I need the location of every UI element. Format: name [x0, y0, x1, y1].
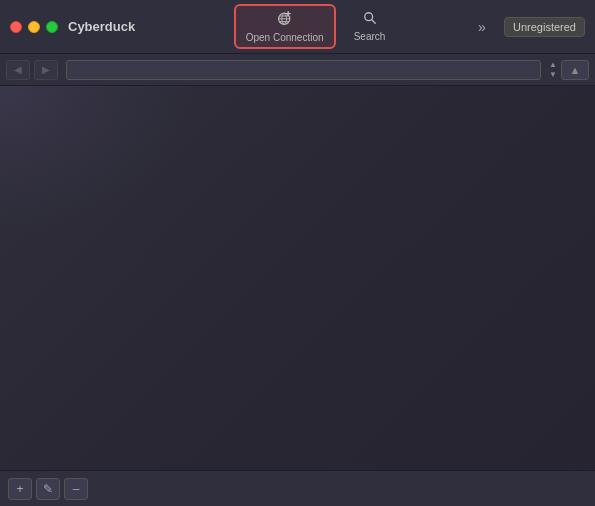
forward-button[interactable]: ▶ — [34, 60, 58, 80]
back-icon: ◀ — [14, 64, 22, 75]
add-icon: + — [16, 482, 23, 496]
edit-button[interactable]: ✎ — [36, 478, 60, 500]
traffic-lights — [10, 21, 58, 33]
close-button[interactable] — [10, 21, 22, 33]
path-up-arrow[interactable]: ▲ — [549, 60, 557, 69]
remove-button[interactable]: – — [64, 478, 88, 500]
search-label: Search — [354, 31, 386, 42]
open-connection-button[interactable]: Open Connection — [234, 4, 336, 49]
toolbar-buttons: Open Connection Search — [165, 4, 468, 49]
navbar: ◀ ▶ ▲ ▼ ▲ — [0, 54, 595, 86]
upload-icon: ▲ — [570, 64, 581, 76]
unregistered-badge: Unregistered — [504, 17, 585, 37]
toolbar-spacer: » Unregistered — [468, 13, 585, 41]
add-button[interactable]: + — [8, 478, 32, 500]
overflow-button[interactable]: » — [468, 13, 496, 41]
globe-plus-icon — [277, 10, 293, 30]
app-title: Cyberduck — [68, 19, 135, 34]
forward-icon: ▶ — [42, 64, 50, 75]
remove-icon: – — [73, 482, 80, 496]
back-button[interactable]: ◀ — [6, 60, 30, 80]
open-connection-label: Open Connection — [246, 32, 324, 43]
path-bar[interactable] — [66, 60, 541, 80]
main-content — [0, 86, 595, 470]
bottom-toolbar: + ✎ – — [0, 470, 595, 506]
upload-button[interactable]: ▲ — [561, 60, 589, 80]
edit-icon: ✎ — [43, 482, 53, 496]
svg-line-7 — [371, 20, 375, 24]
search-icon — [363, 11, 377, 29]
overflow-icon: » — [478, 19, 486, 35]
search-button[interactable]: Search — [340, 7, 400, 46]
path-down-arrow[interactable]: ▼ — [549, 70, 557, 79]
titlebar: Cyberduck Open Connection — [0, 0, 595, 54]
minimize-button[interactable] — [28, 21, 40, 33]
maximize-button[interactable] — [46, 21, 58, 33]
